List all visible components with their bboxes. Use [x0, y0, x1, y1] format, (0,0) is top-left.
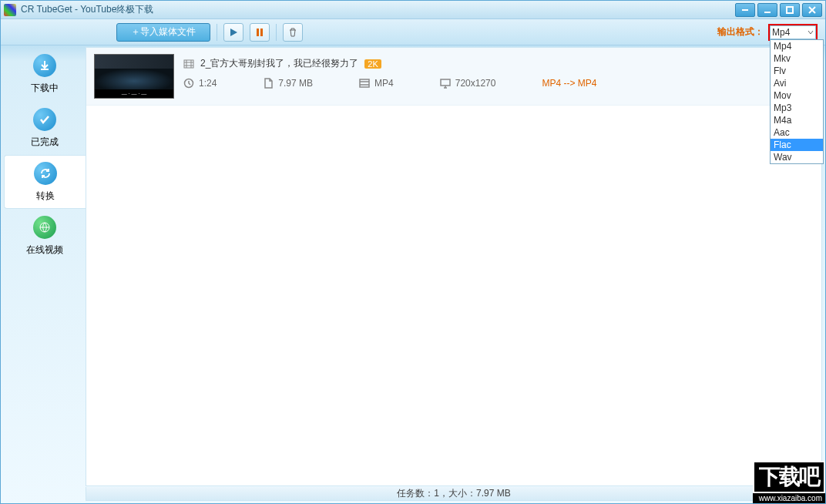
file-icon: [263, 78, 274, 89]
format-option-aac[interactable]: Aac: [771, 126, 823, 139]
thumbnail: — · — · —: [94, 54, 174, 99]
status-text: 任务数：1，大小：7.97 MB: [397, 487, 510, 500]
maximize-button[interactable]: [780, 3, 800, 17]
format-selected-value: Mp4: [772, 27, 808, 38]
film-icon: [183, 59, 194, 69]
import-media-button[interactable]: ＋导入媒体文件: [116, 23, 210, 42]
sidebar-item-downloading[interactable]: 下载中: [4, 47, 86, 101]
minimize-button[interactable]: [757, 3, 777, 17]
delete-button[interactable]: [283, 23, 303, 42]
svg-rect-0: [787, 7, 793, 13]
format-option-mp4[interactable]: Mp4: [771, 40, 823, 52]
format-option-m4a[interactable]: M4a: [771, 114, 823, 126]
watermark-text: 下载吧: [753, 461, 825, 493]
sidebar-item-label: 下载中: [31, 82, 59, 95]
chevron-down-icon: [808, 29, 814, 35]
size-cell: 7.97 MB: [263, 78, 313, 89]
watermark-url: www.xiazaiba.com: [753, 493, 825, 503]
sidebar-item-done[interactable]: 已完成: [4, 101, 86, 155]
format-option-flac[interactable]: Flac: [771, 139, 823, 151]
play-all-button[interactable]: [223, 23, 243, 42]
check-icon: [33, 108, 56, 131]
format-highlight-box: Mp4 Mp4MkvFlvAviMovMp3M4aAacFlacWav: [768, 24, 818, 41]
globe-icon: [33, 216, 56, 239]
quality-badge: 2K: [364, 59, 381, 69]
format-option-mkv[interactable]: Mkv: [771, 52, 823, 65]
format-option-mp3[interactable]: Mp3: [771, 102, 823, 114]
format-option-avi[interactable]: Avi: [771, 77, 823, 89]
svg-rect-4: [360, 79, 369, 87]
media-row[interactable]: — · — · — 2_官方大哥别封我了，我已经很努力了 2K 1:24 7.9…: [86, 48, 821, 106]
output-format-label: 输出格式：: [717, 25, 764, 39]
sidebar-item-label: 已完成: [31, 136, 59, 149]
conversion-cell: MP4 --> MP4: [542, 78, 596, 89]
close-button[interactable]: [802, 3, 822, 17]
monitor-icon: [440, 78, 451, 89]
format-option-mov[interactable]: Mov: [771, 89, 823, 102]
format-dropdown[interactable]: Mp4MkvFlvAviMovMp3M4aAacFlacWav: [770, 39, 824, 164]
refresh-icon: [34, 162, 57, 185]
pause-all-button[interactable]: [250, 23, 270, 42]
sidebar-item-convert[interactable]: 转换: [4, 155, 86, 209]
filmstrip-icon: [359, 78, 370, 89]
window-title: CR TubeGet - YouTube终极下载: [21, 3, 735, 16]
format-option-wav[interactable]: Wav: [771, 151, 823, 163]
status-bar: 任务数：1，大小：7.97 MB: [86, 487, 822, 501]
media-title: 2_官方大哥别封我了，我已经很努力了: [200, 57, 358, 70]
svg-rect-5: [441, 79, 450, 86]
format-select[interactable]: Mp4: [770, 25, 816, 39]
sidebar-item-online[interactable]: 在线视频: [4, 209, 86, 263]
toolbar: ＋导入媒体文件 输出格式： Mp4 Mp4MkvFlvAviMovMp3M4aA…: [1, 19, 825, 45]
app-icon: [4, 4, 16, 16]
shrink-button[interactable]: [735, 3, 755, 17]
svg-rect-2: [184, 60, 193, 68]
content-area: — · — · — 2_官方大哥别封我了，我已经很努力了 2K 1:24 7.9…: [86, 47, 822, 486]
duration-cell: 1:24: [183, 78, 217, 89]
sidebar: 下载中 已完成 转换 在线视频: [4, 47, 86, 263]
resolution-cell: 720x1270: [440, 78, 496, 89]
clock-icon: [183, 78, 194, 89]
sidebar-item-label: 转换: [36, 190, 55, 203]
format-option-flv[interactable]: Flv: [771, 65, 823, 77]
download-icon: [33, 54, 56, 77]
format-cell: MP4: [359, 78, 394, 89]
titlebar: CR TubeGet - YouTube终极下载: [1, 1, 825, 19]
watermark: 下载吧 www.xiazaiba.com: [753, 461, 825, 503]
sidebar-item-label: 在线视频: [26, 244, 63, 257]
